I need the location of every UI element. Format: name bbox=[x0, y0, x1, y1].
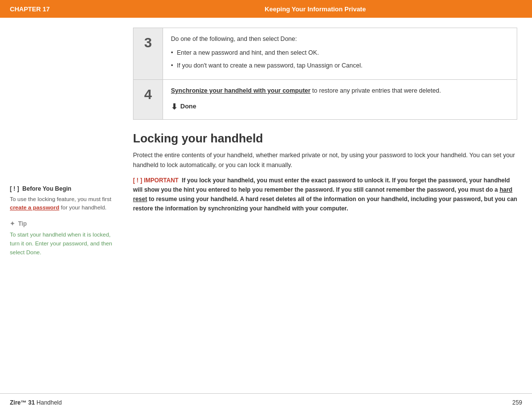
hard-reset-link: hard reset bbox=[133, 186, 512, 203]
sync-link: Synchronize your handheld with your comp… bbox=[171, 87, 310, 94]
step-3-bullet-2: If you don't want to create a new passwo… bbox=[171, 61, 509, 70]
section-body: Protect the entire contents of your hand… bbox=[133, 150, 517, 170]
chapter-label: CHAPTER 17 bbox=[10, 5, 108, 13]
footer-brand: Zire™ 31 Handheld bbox=[10, 399, 62, 406]
byb-text-before: To use the locking feature, you must fir… bbox=[10, 196, 111, 202]
step-4-sync-text: Synchronize your handheld with your comp… bbox=[171, 86, 509, 96]
before-you-begin-section: [ ! ] Before You Begin To use the lockin… bbox=[10, 185, 118, 212]
important-block: [ ! ] IMPORTANT If you lock your handhel… bbox=[133, 176, 517, 214]
steps-box: 3 Do one of the following, and then sele… bbox=[133, 28, 517, 120]
footer-page-number: 259 bbox=[512, 399, 522, 406]
byb-body: To use the locking feature, you must fir… bbox=[10, 195, 118, 212]
step-3-bullets: Enter a new password and hint, and then … bbox=[171, 48, 509, 70]
byb-create-password-link[interactable]: create a password bbox=[10, 205, 59, 210]
footer-brand-suffix: Handheld bbox=[35, 399, 62, 406]
tip-label: Tip bbox=[18, 220, 27, 227]
footer-brand-name: Zire™ 31 bbox=[10, 399, 35, 406]
step-3-content: Do one of the following, and then select… bbox=[163, 28, 517, 79]
tip-asterisk: ✦ bbox=[10, 220, 15, 227]
done-arrow-icon: ⬇ bbox=[171, 101, 177, 113]
footer: Zire™ 31 Handheld 259 bbox=[0, 393, 532, 411]
step-3-intro: Do one of the following, and then select… bbox=[171, 34, 509, 44]
step-4-content: Synchronize your handheld with your comp… bbox=[163, 80, 517, 119]
done-line: ⬇ Done bbox=[171, 101, 509, 113]
byb-title: [ ! ] Before You Begin bbox=[10, 185, 118, 192]
tip-body: To start your handheld when it is locked… bbox=[10, 230, 118, 257]
right-content: 3 Do one of the following, and then sele… bbox=[128, 28, 517, 383]
step-3-row: 3 Do one of the following, and then sele… bbox=[133, 28, 517, 80]
important-text: If you lock your handheld, you must ente… bbox=[133, 177, 517, 212]
section-heading: Locking your handheld bbox=[133, 132, 517, 145]
step-3-bullet-1: Enter a new password and hint, and then … bbox=[171, 48, 509, 58]
step-4-row: 4 Synchronize your handheld with your co… bbox=[133, 80, 517, 119]
done-label: Done bbox=[180, 102, 197, 112]
byb-text-after: for your handheld. bbox=[59, 205, 106, 210]
main-content: [ ! ] Before You Begin To use the lockin… bbox=[0, 18, 532, 393]
header-bar: CHAPTER 17 Keeping Your Information Priv… bbox=[0, 0, 532, 18]
sidebar: [ ! ] Before You Begin To use the lockin… bbox=[10, 28, 128, 383]
header-title: Keeping Your Information Private bbox=[108, 5, 522, 13]
tip-section: ✦ Tip To start your handheld when it is … bbox=[10, 220, 118, 257]
step-4-number: 4 bbox=[133, 80, 163, 119]
step-3-number: 3 bbox=[133, 28, 163, 79]
sync-text-rest: to restore any private entries that were… bbox=[310, 87, 441, 94]
byb-title-label: Before You Begin bbox=[22, 185, 71, 192]
byb-bracket: [ ! ] bbox=[10, 185, 19, 192]
important-label: [ ! ] IMPORTANT bbox=[133, 177, 178, 184]
tip-title: ✦ Tip bbox=[10, 220, 118, 227]
